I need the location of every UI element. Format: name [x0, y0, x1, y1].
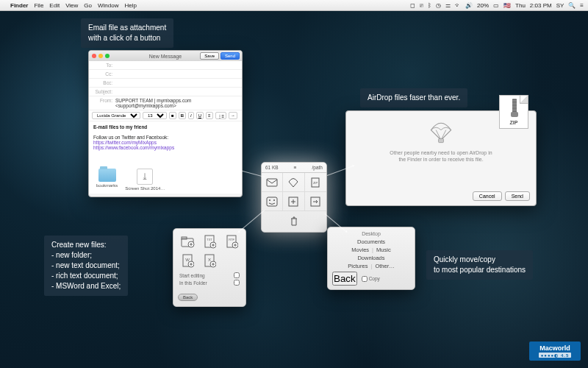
email-action[interactable]: [262, 173, 283, 192]
new-folder-icon[interactable]: [178, 233, 197, 250]
folder-icon: [98, 169, 116, 182]
file-path: /path: [312, 165, 323, 170]
twitter-link[interactable]: https://twitter.com/myMixApps: [93, 140, 157, 145]
dest-music[interactable]: Music: [376, 247, 391, 253]
user-name[interactable]: SY: [556, 2, 564, 9]
subject-label: Subject:: [92, 89, 112, 94]
document-icon: ⤓: [137, 169, 153, 185]
body-text: Follow us on Twitter and Facebook:: [93, 135, 168, 140]
send-button[interactable]: Send: [505, 191, 530, 201]
menu-view[interactable]: View: [65, 2, 78, 9]
from-label: From:: [92, 98, 112, 108]
callout-newfiles: Create new files:- new folder;- new text…: [44, 236, 128, 296]
dest-downloads[interactable]: Downloads: [357, 255, 384, 261]
battery-icon[interactable]: ▭: [493, 2, 499, 9]
to-field[interactable]: [115, 63, 239, 68]
menu-help[interactable]: Help: [124, 2, 136, 9]
subject-field[interactable]: [115, 89, 239, 94]
indent-button[interactable]: →: [229, 112, 237, 119]
back-button[interactable]: Back: [178, 294, 198, 301]
bcc-field[interactable]: [115, 80, 239, 85]
macos-menubar: Finder File Edit View Go Window Help ◻ ⎚…: [0, 0, 588, 11]
bold-button[interactable]: B: [179, 112, 186, 119]
list-button[interactable]: ⋮≡: [215, 112, 227, 119]
new-rtf-icon[interactable]: RTF: [222, 233, 241, 250]
bluetooth-icon[interactable]: ᛒ: [428, 2, 431, 9]
mail-body[interactable]: E-mail files to my friend Follow us on T…: [89, 121, 242, 166]
start-editing-checkbox[interactable]: [234, 272, 240, 278]
facebook-link[interactable]: https://www.facebook.com/mymixapps: [93, 145, 174, 150]
status-icon[interactable]: ◻: [410, 2, 415, 9]
battery-pct: 20%: [477, 2, 489, 9]
size-select[interactable]: 13: [143, 112, 167, 119]
from-field[interactable]: SUPPORT TEAM | mymixapps.com <support@my…: [115, 98, 239, 108]
svg-rect-0: [439, 139, 444, 143]
cc-field[interactable]: [115, 71, 239, 77]
underline-button[interactable]: U: [196, 112, 204, 119]
airdrop-parachute-icon: [429, 120, 453, 145]
dest-other[interactable]: Other…: [375, 263, 394, 269]
airdrop-action[interactable]: [283, 173, 304, 192]
svg-text:RTF: RTF: [229, 238, 234, 241]
flag-icon[interactable]: 🇺🇸: [503, 2, 511, 9]
dest-documents[interactable]: Documents: [357, 238, 385, 245]
menu-edit[interactable]: Edit: [49, 2, 60, 9]
new-action[interactable]: [283, 192, 304, 211]
svg-text:TXT: TXT: [207, 238, 212, 241]
move-action[interactable]: [305, 192, 326, 211]
svg-text:X: X: [208, 258, 211, 262]
send-button[interactable]: Send: [220, 52, 240, 60]
back-button[interactable]: Back: [332, 272, 357, 286]
finder-action[interactable]: [262, 192, 283, 211]
in-folder-checkbox[interactable]: [234, 280, 240, 286]
destinations-panel: Desktop Documents Movies|Music Downloads…: [327, 227, 415, 290]
new-excel-icon[interactable]: X: [200, 252, 219, 269]
wifi-icon[interactable]: ᯤ: [455, 2, 461, 9]
spotlight-icon[interactable]: 🔍: [568, 2, 576, 9]
save-button[interactable]: Save: [200, 52, 219, 60]
attachment-screenshot[interactable]: ⤓Screen Shot 2014…: [125, 169, 165, 191]
menu-go[interactable]: Go: [84, 2, 92, 9]
menu-file[interactable]: File: [34, 2, 43, 9]
new-txt-icon[interactable]: TXT: [200, 233, 219, 250]
callout-move: Quickly move/copyto most popular destina…: [426, 250, 533, 280]
cc-label: Cc:: [92, 71, 112, 77]
menu-icon[interactable]: ≡: [294, 165, 297, 170]
file-size: 61 KB: [265, 165, 279, 170]
wifi-icon[interactable]: ⚌: [445, 2, 451, 9]
copy-checkbox[interactable]: [362, 276, 368, 282]
attachment-label: bookmarks: [96, 183, 118, 188]
dest-movies[interactable]: Movies: [351, 247, 369, 253]
app-menu[interactable]: Finder: [10, 2, 28, 9]
copy-label: Copy: [369, 276, 380, 281]
attachment-bookmarks[interactable]: bookmarks: [96, 169, 118, 191]
align-button[interactable]: ≡: [206, 112, 213, 119]
callout-airdrop: AirDrop files faser than ever.: [360, 88, 467, 107]
status-icon[interactable]: ⎚: [420, 2, 423, 9]
svg-text:ZIP: ZIP: [313, 181, 318, 185]
volume-icon[interactable]: 🔊: [465, 2, 473, 9]
dest-pictures[interactable]: Pictures: [348, 263, 368, 269]
clock-icon[interactable]: ◷: [436, 2, 441, 9]
svg-rect-1: [267, 179, 277, 186]
menu-window[interactable]: Window: [98, 2, 118, 9]
color-button[interactable]: ■: [169, 112, 176, 119]
to-label: To:: [92, 63, 112, 68]
badge-name: Macworld: [539, 344, 570, 352]
mail-compose-window: New Message Save Send To: Cc: Bcc: Subje…: [88, 50, 243, 197]
svg-point-5: [269, 199, 270, 201]
svg-text:W: W: [185, 258, 190, 262]
italic-button[interactable]: I: [188, 112, 194, 119]
trash-action[interactable]: [284, 213, 304, 230]
badge-rating: ●●●●◐ 4.5: [539, 353, 572, 358]
callout-email: Email file as attachmentwith a click of …: [81, 18, 173, 48]
svg-rect-4: [267, 197, 277, 206]
new-word-icon[interactable]: W: [178, 252, 197, 269]
new-files-panel: TXT RTF W X Start editing In this Folder…: [173, 228, 246, 307]
action-hub-panel: 61 KB ≡ /path ZIP: [261, 162, 327, 233]
font-select[interactable]: Lucida Grande: [92, 112, 140, 119]
list-icon[interactable]: ≡: [580, 2, 584, 9]
svg-point-6: [273, 199, 275, 201]
zip-action[interactable]: ZIP: [305, 173, 326, 192]
cancel-button[interactable]: Cancel: [473, 191, 502, 201]
